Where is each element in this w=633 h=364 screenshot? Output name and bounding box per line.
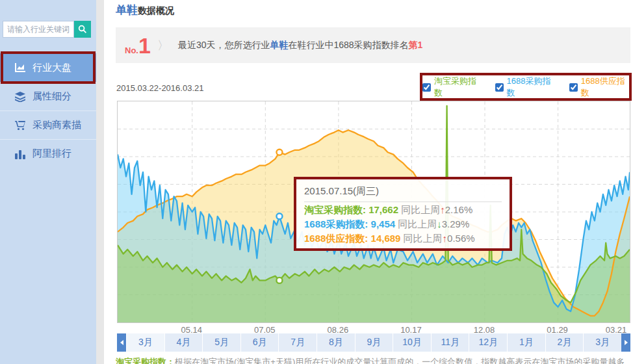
rank-number: No. 1 [125,34,151,57]
up-arrow-icon: ↑ [440,204,445,215]
month-cell-3[interactable]: 5月 [202,333,240,352]
sidebar-menu: 行业大盘 属性细分 采购商素描 阿里排行 [0,53,96,168]
tooltip-pct: 0.56% [447,233,475,244]
legend-checkbox-3[interactable] [569,83,578,92]
month-cell-5[interactable]: 7月 [278,333,316,352]
up-arrow-icon: ↑ [443,233,448,244]
month-cell-10[interactable]: 12月 [469,333,507,352]
sidebar: 行业大盘 属性细分 采购商素描 阿里排行 [0,0,96,364]
hover-marker-1688供应指数 [276,150,282,155]
tooltip-row-2: 1688采购指数: 9,454 同比上周↓3.29% [304,218,502,231]
title-rest: 数据概况 [138,5,174,16]
tooltip-pct: 3.29% [442,218,470,229]
sidebar-item-attribute-segment[interactable]: 属性细分 [0,82,96,110]
legend-label: 淘宝采购指数 [434,75,481,99]
down-arrow-icon: ↓ [437,218,442,229]
industry-search [3,21,94,38]
month-cell-1[interactable]: 3月 [126,333,164,352]
sidebar-item-label: 采购商素描 [32,119,81,131]
arrow-right-icon [625,340,628,345]
arrow-left-icon [120,340,123,345]
x-axis-labels: 05.1407.0508.2610.1712.0801.2903.21 [117,325,630,334]
month-cell-12[interactable]: 2月 [545,333,584,352]
sidebar-item-industry-market[interactable]: 行业大盘 [0,53,96,82]
chart-date-range: 2015.03.22-2016.03.21 [116,83,203,93]
month-cell-9[interactable]: 11月 [431,333,469,352]
rank-banner: No. 1 〉 最近30天，您所选行业单鞋在鞋行业中1688采购指数排名第1 [116,27,630,63]
footnote-text: 根据在淘宝市场(淘宝集市+天猫)用所在行业的成交量计算而成的，一个综合数值，指数… [175,357,625,364]
cart-icon [14,120,26,131]
title-keyword: 单鞋 [116,4,138,16]
index-definition-footnote: 淘宝采购指数：根据在淘宝市场(淘宝集市+天猫)用所在行业的成交量计算而成的，一个… [116,356,630,364]
tooltip-series-value: 9,454 [371,218,396,229]
page-title: 单鞋数据概况 [116,3,174,18]
sidebar-item-ali-ranking[interactable]: 阿里排行 [0,139,96,168]
tooltip-series-label: 1688采购指数: [304,218,368,229]
month-cell-2[interactable]: 4月 [164,333,203,352]
dashboard-page: 行业大盘 属性细分 采购商素描 阿里排行 [0,0,633,364]
prev-month-button[interactable] [117,333,126,352]
sidebar-item-label: 阿里排行 [32,148,71,160]
footnote-label: 淘宝采购指数： [116,357,175,364]
month-cell-11[interactable]: 1月 [507,333,545,352]
tooltip-series-label: 1688供应指数: [304,233,368,244]
hover-marker-1688采购指数 [276,213,282,219]
sidebar-item-buyer-profile[interactable]: 采购商素描 [0,110,96,139]
legend-checkbox-2[interactable] [495,83,504,92]
legend-item-1: 淘宝采购指数 [422,75,481,99]
area-chart-icon [14,62,26,73]
search-button[interactable] [74,21,91,38]
legend-label: 1688供应指数 [581,75,629,99]
tooltip-compare-text: 同比上周 [398,218,437,229]
tooltip-pct: 2.16% [445,204,473,215]
sidebar-item-label: 行业大盘 [32,62,71,74]
bar-chart-icon [14,149,26,159]
month-cell-13[interactable]: 3月 [583,333,621,352]
tooltip-row-1: 淘宝采购指数: 17,662 同比上周↑2.16% [304,204,502,216]
hover-marker-淘宝采购指数 [276,278,282,283]
tooltip-series-value: 17,662 [368,204,398,215]
legend-item-3: 1688供应指数 [569,75,629,99]
month-cell-6[interactable]: 8月 [316,333,355,352]
month-cells: 3月4月5月6月7月8月9月10月11月12月1月2月3月 [126,333,621,352]
tooltip-row-3: 1688供应指数: 14,689 同比上周↑0.56% [304,233,502,245]
month-pager: 3月4月5月6月7月8月9月10月11月12月1月2月3月 [117,333,630,352]
legend-item-2: 1688采购指数 [495,75,555,99]
tooltip-rows: 淘宝采购指数: 17,662 同比上周↑2.16%1688采购指数: 9,454… [304,204,502,245]
tooltip-series-label: 淘宝采购指数: [304,204,366,215]
search-input[interactable] [3,21,74,38]
layers-icon [14,92,26,102]
legend-label: 1688采购指数 [507,75,555,99]
tooltip-compare-text: 同比上周 [401,204,440,215]
month-cell-7[interactable]: 9月 [355,333,393,352]
sidebar-content-divider [96,0,104,364]
tooltip-series-value: 14,689 [371,233,401,244]
tooltip-compare-text: 同比上周 [404,233,443,244]
rank-description: 最近30天，您所选行业单鞋在鞋行业中1688采购指数排名第1 [178,40,423,51]
next-month-button[interactable] [621,333,630,352]
month-cell-8[interactable]: 10月 [393,333,431,352]
chevron-right-icon: 〉 [157,38,169,53]
chart-tooltip: 2015.07.15(周三) 淘宝采购指数: 17,662 同比上周↑2.16%… [294,177,512,251]
legend-checkbox-1[interactable] [422,83,431,92]
search-icon [78,25,87,34]
tooltip-date: 2015.07.15(周三) [304,183,502,202]
sidebar-item-label: 属性细分 [32,90,71,103]
month-cell-4[interactable]: 6月 [240,333,279,352]
chart-legend: 淘宝采购指数1688采购指数1688供应指数 [422,77,629,98]
